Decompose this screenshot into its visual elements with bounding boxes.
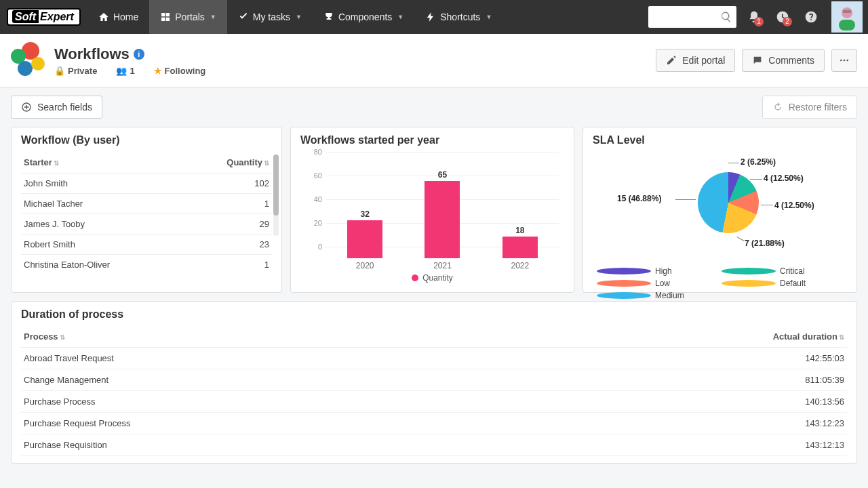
caret-down-icon: ▼ [210,14,216,20]
legend-item[interactable]: High [597,266,709,276]
legend-swatch [412,274,418,281]
scrollbar[interactable] [273,155,279,236]
svg-point-5 [846,60,848,62]
global-search[interactable] [648,6,736,28]
legend-label: Quantity [422,273,453,283]
search-fields-label: Search fields [37,102,92,113]
pie[interactable] [698,172,759,233]
notifications-button[interactable]: 1 [743,6,765,28]
bar-value: 65 [438,170,447,180]
home-icon [98,12,109,22]
nav-right: 1 2 [648,0,868,34]
cell-qty: 102 [222,178,269,188]
cell-qty: 23 [222,239,269,249]
table-row[interactable]: Robert Smith23 [21,234,272,254]
table-row[interactable]: Christina Eaton-Oliver1 [21,254,272,274]
people-icon: 👥 [116,66,127,76]
col-qty-header[interactable]: Quantity⇅ [222,157,269,167]
table-row[interactable]: Purchase Process140:13:56 [21,391,847,413]
bar[interactable]: 65 [415,170,469,258]
table-row[interactable]: Michael Tacher1 [21,193,272,214]
legend-item[interactable]: Default [722,279,834,288]
pending-button[interactable]: 2 [772,6,793,28]
legend-swatch [597,268,651,274]
nav-components-label: Components [338,12,392,22]
panel-workflows-per-year: Workflows started per year 80 60 40 20 0… [290,127,574,293]
bar[interactable]: 32 [338,209,392,258]
more-button[interactable] [831,49,857,72]
workflow-icon [11,42,47,79]
panel-sla-title: SLA Level [593,134,847,146]
col-process-header[interactable]: Process⇅ [24,331,763,342]
grid-icon [160,12,171,22]
comments-button[interactable]: Comments [742,49,825,72]
user-avatar[interactable] [831,1,863,33]
panel-year-title: Workflows started per year [300,134,564,146]
comments-label: Comments [768,55,814,66]
caret-down-icon: ▼ [397,14,403,20]
legend-swatch [722,280,776,287]
table-row[interactable]: Purchase Request Process143:12:23 [21,413,847,434]
sort-icon: ⇅ [54,159,59,167]
nav-shortcuts[interactable]: Shortcuts ▼ [414,0,502,34]
bar[interactable]: 18 [493,226,547,258]
ytick: 40 [306,195,322,203]
restore-filters-label: Restore filters [789,102,847,113]
avatar-icon [833,3,861,30]
page-title: Workflows i [54,45,205,63]
legend-swatch [722,268,776,274]
svg-point-4 [844,60,846,62]
help-button[interactable] [800,6,822,28]
scroll-thumb[interactable] [273,155,279,216]
cell-qty: 1 [222,199,269,209]
panel-workflow-by-user: Workflow (By user) Starter⇅ Quantity⇅ Jo… [11,127,282,293]
legend-item[interactable]: Medium [597,291,709,300]
nav-portals[interactable]: Portals ▼ [149,0,227,34]
table-row[interactable]: Change Management811:05:39 [21,369,847,391]
edit-portal-button[interactable]: Edit portal [656,49,735,72]
nav-home[interactable]: Home [87,0,149,34]
cell-starter: Christina Eaton-Oliver [24,260,222,270]
nav-mytasks-label: My tasks [253,12,290,22]
legend-item[interactable]: Low [597,279,709,288]
nav-portals-label: Portals [175,12,205,22]
header-actions: Edit portal Comments [656,49,857,72]
nav-shortcuts-label: Shortcuts [440,12,480,22]
info-icon[interactable]: i [134,49,144,60]
table-row[interactable]: Purchase Requisition143:12:13 [21,434,847,456]
star-icon: ★ [154,66,162,76]
legend-label: Low [655,279,709,288]
restore-filters-button[interactable]: Restore filters [762,96,857,119]
pie-label: 7 (21.88%) [745,239,785,248]
cell-process: Purchase Requisition [24,440,763,450]
cell-process: Purchase Process [24,396,763,407]
following-indicator[interactable]: ★Following [154,66,206,76]
privacy-indicator: 🔒Private [54,66,97,76]
col-duration-header[interactable]: Actual duration⇅ [763,331,844,342]
pie-label: 15 (46.88%) [617,194,661,203]
cell-qty: 1 [222,260,269,270]
plus-circle-icon [21,102,32,113]
comment-icon [752,55,763,66]
ytick: 0 [306,243,322,251]
sort-icon: ⇅ [839,333,844,341]
members-indicator[interactable]: 👥1 [116,66,134,76]
filter-bar: Search fields Restore filters [0,87,868,127]
cell-duration: 140:13:56 [763,396,844,407]
nav-components[interactable]: Components ▼ [313,0,414,34]
col-starter-header[interactable]: Starter⇅ [24,157,222,167]
nav-mytasks[interactable]: My tasks ▼ [227,0,313,34]
cell-starter: Michael Tacher [24,199,222,209]
svg-rect-2 [843,10,851,13]
clock-badge: 2 [783,17,792,26]
privacy-label: Private [68,66,97,76]
bell-badge: 1 [754,17,764,26]
table-row[interactable]: Abroad Travel Request142:55:03 [21,348,847,369]
table-row[interactable]: John Smith102 [21,173,272,193]
search-fields-button[interactable]: Search fields [11,96,102,119]
table-row[interactable]: James J. Tooby29 [21,214,272,234]
logo[interactable]: SoftExpert [0,0,87,34]
dots-icon [839,55,850,66]
legend-item[interactable]: Critical [722,266,834,276]
panel-duration-title: Duration of process [21,308,847,321]
